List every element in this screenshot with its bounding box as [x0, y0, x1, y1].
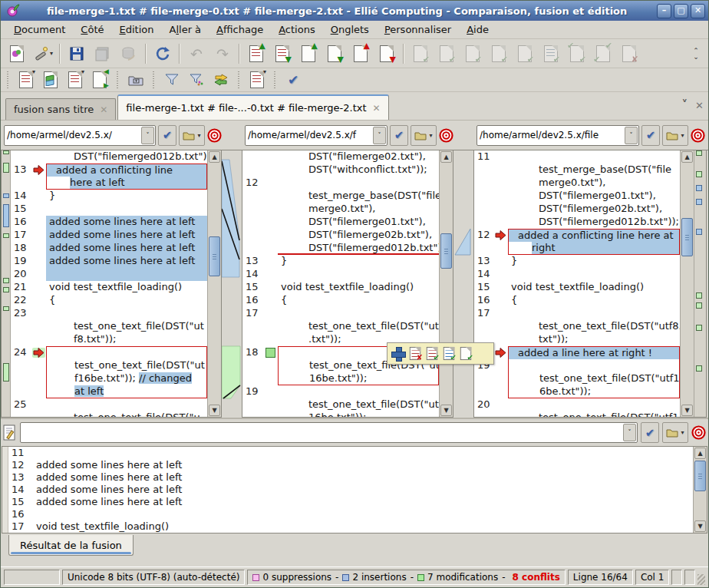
combo-dropdown-icon[interactable]: ˅	[373, 127, 386, 144]
modification-mark[interactable]	[3, 150, 9, 154]
toolbar-expander[interactable]: ⌃⌄	[690, 48, 702, 60]
delete-change-button[interactable]: ✘	[617, 42, 641, 65]
result-path-combo[interactable]: ˅	[20, 422, 638, 443]
code-line[interactable]: 14	[474, 268, 680, 281]
modification-mark[interactable]	[696, 365, 702, 372]
code-line[interactable]: DST("filemerge01.txt"),	[474, 190, 680, 203]
right-file-pane[interactable]: 11test_merge_base(DST("filemerge0.txt"),…	[473, 150, 707, 418]
line-text[interactable]	[278, 307, 439, 320]
save-all-button[interactable]	[91, 42, 115, 65]
modification-mark[interactable]	[696, 171, 702, 177]
line-text[interactable]: }	[508, 255, 680, 268]
code-line[interactable]: 17	[242, 307, 439, 320]
code-line[interactable]: test_one_text_file(DST("utf1	[474, 372, 680, 385]
code-line[interactable]: test_one_text_file(DST("utf	[242, 398, 439, 411]
result-scrollbar[interactable]: ▲ ▼	[693, 447, 707, 533]
next-conflict-button[interactable]: ▼	[374, 42, 399, 65]
save-database-button[interactable]	[117, 42, 141, 65]
accept-both-right-button[interactable]: ✔✔	[591, 42, 615, 65]
code-line[interactable]: 13}	[474, 255, 680, 268]
scrollbar-thumb[interactable]	[681, 218, 693, 256]
code-line[interactable]: 19	[242, 385, 439, 398]
scroll-up-icon[interactable]: ▲	[681, 151, 693, 163]
validate-button[interactable]: ✔	[282, 70, 305, 90]
line-text[interactable]: added a conflicting line here at	[508, 229, 680, 242]
tab-close-icon[interactable]: ✕	[373, 103, 381, 114]
code-line[interactable]: 15	[11, 203, 207, 216]
code-line[interactable]: txt"));	[474, 333, 680, 346]
toolbar-grip[interactable]	[7, 71, 11, 88]
code-line[interactable]: 22{	[11, 294, 207, 307]
line-text[interactable]	[508, 307, 680, 320]
code-line[interactable]: 13added some lines here at left	[8, 471, 693, 484]
reject-change-icon[interactable]: ✘	[410, 347, 420, 360]
close-button[interactable]: ✕	[691, 4, 705, 18]
result-target-icon[interactable]	[691, 425, 706, 440]
scroll-down-icon[interactable]: ▼	[681, 405, 693, 416]
line-text[interactable]: 16be.txt"));	[278, 372, 439, 385]
base-file-pane[interactable]: DST("filemerge02.txt"),DST("withconflict…	[242, 150, 453, 418]
result-path-input[interactable]	[21, 428, 622, 438]
line-text[interactable]: added some lines here at left	[33, 496, 693, 508]
wizard-button[interactable]: ▾	[31, 42, 55, 65]
code-line[interactable]: DST("filemerge02.txt"),	[242, 150, 439, 164]
middle-scrollbar[interactable]: ▲ ▼	[439, 150, 453, 417]
line-text[interactable]: 6be.txt"));	[508, 385, 680, 398]
code-line[interactable]: 20	[474, 398, 680, 411]
line-text[interactable]: DST("filemerge01.txt"),	[508, 190, 680, 203]
right-path-input[interactable]	[477, 130, 624, 140]
plus-icon[interactable]	[391, 347, 404, 360]
code-line[interactable]: 11	[474, 150, 680, 164]
accept-left-icon[interactable]: ✔	[427, 347, 437, 360]
insertion-mark[interactable]	[696, 199, 702, 205]
insertion-mark[interactable]	[3, 193, 9, 198]
code-line[interactable]: 17void test_textfile_loading()	[8, 520, 693, 533]
line-text[interactable]: DST("filemerged012b.txt"));	[278, 242, 439, 255]
combo-dropdown-icon[interactable]: ˅	[623, 424, 636, 441]
line-text[interactable]: here at left	[46, 177, 207, 190]
line-text[interactable]: DST("filemerge02.txt"),	[278, 150, 439, 164]
swap-sides-button[interactable]	[209, 70, 232, 90]
line-text[interactable]: right	[508, 242, 680, 255]
code-line[interactable]: DST("filemerge02b.txt"),	[474, 203, 680, 216]
code-line[interactable]: f8.txt"));	[11, 333, 207, 346]
code-line[interactable]: 15void test_textfile_loading()	[242, 281, 439, 294]
insertion-mark[interactable]	[696, 185, 702, 191]
resize-grip[interactable]	[697, 574, 705, 585]
code-line[interactable]: 20	[11, 268, 207, 281]
code-line[interactable]: f16be.txt")); // changed	[11, 372, 207, 385]
line-text[interactable]: void test_textfile_loading()	[46, 281, 207, 294]
right-editor[interactable]: 11test_merge_base(DST("filemerge0.txt"),…	[474, 150, 680, 417]
accept-change-3-button[interactable]: ✔	[460, 42, 485, 65]
menu-aide[interactable]: Aide	[460, 22, 496, 37]
line-text[interactable]	[46, 268, 207, 281]
code-line[interactable]: 14added some lines here at left	[8, 484, 693, 496]
code-line[interactable]: DST("filemerged012b.txt"));	[242, 242, 439, 255]
new-merge-button[interactable]	[5, 42, 29, 65]
line-text[interactable]: test_one_text_file(DST("utf8.	[508, 320, 680, 333]
accept-change-4-button[interactable]: ✔	[486, 42, 511, 65]
middle-path-input[interactable]	[246, 130, 372, 140]
accept-base-icon[interactable]: ✔	[444, 347, 454, 360]
left-path-combo[interactable]: ˅	[4, 125, 156, 146]
line-text[interactable]	[508, 398, 680, 411]
left-editor[interactable]: DST("filemerged012b.txt"));13added a con…	[11, 150, 207, 417]
code-line[interactable]: test_merge_base(DST("file	[242, 190, 439, 203]
undo-button[interactable]: ↶	[184, 42, 209, 65]
accept-right-icon[interactable]: ✔	[460, 347, 471, 360]
minimize-button[interactable]: –	[657, 4, 671, 18]
right-validate-button[interactable]: ✔	[641, 125, 660, 146]
scroll-up-icon[interactable]: ▲	[694, 448, 706, 459]
line-text[interactable]: test_one_text_file(DST("utf	[278, 398, 439, 411]
line-text[interactable]	[46, 398, 207, 411]
modification-mark[interactable]	[696, 325, 702, 331]
line-text[interactable]: added some lines here at left	[46, 229, 207, 242]
tabs-close-icon[interactable]: ✕	[695, 100, 704, 111]
line-text[interactable]: DST("filemerged012b.txt"));	[46, 150, 207, 164]
merge-result-pane[interactable]: 1112added some lines here at left13added…	[2, 446, 707, 533]
scroll-down-icon[interactable]: ▼	[209, 405, 220, 416]
code-line[interactable]: 15void test_textfile_loading()	[474, 281, 680, 294]
right-open-button[interactable]: ▾	[662, 125, 688, 146]
toolbar-grip[interactable]	[153, 71, 157, 88]
line-text[interactable]: test_merge_base(DST("file	[278, 190, 439, 203]
